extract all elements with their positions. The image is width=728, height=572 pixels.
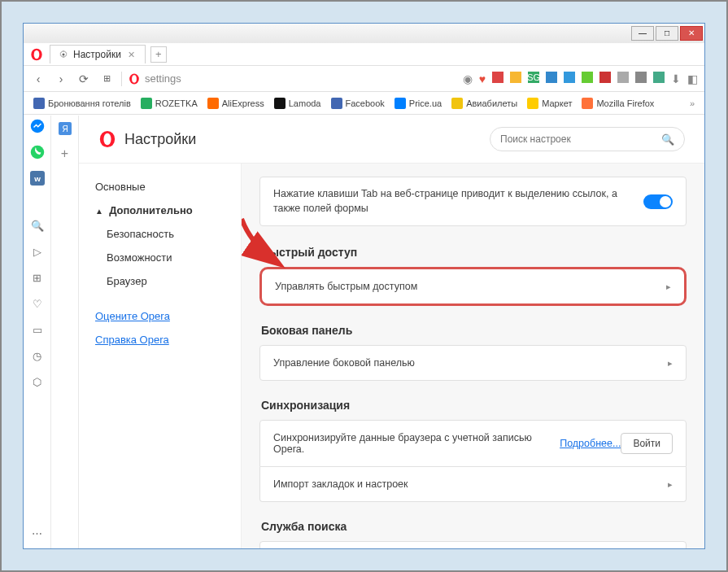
svg-rect-10: [564, 72, 575, 83]
ext-icon-2[interactable]: [510, 72, 521, 85]
chevron-right-icon: ▸: [668, 479, 673, 490]
section-quick-access: Быстрый доступ: [261, 246, 687, 259]
row-manage-quick-access[interactable]: Управлять быстрым доступом ▸: [259, 267, 687, 306]
ext-icon-3[interactable]: SG: [528, 72, 539, 85]
link-rate-opera[interactable]: Оцените Opera: [79, 306, 241, 326]
svg-rect-15: [653, 72, 665, 83]
gear-icon: [59, 50, 68, 59]
sidebar-toggle-icon[interactable]: ◧: [687, 72, 698, 85]
tab-close-icon[interactable]: ✕: [126, 50, 137, 60]
new-tab-button[interactable]: +: [150, 46, 167, 63]
login-button[interactable]: Войти: [621, 433, 673, 454]
address-field[interactable]: settings: [129, 72, 456, 85]
chevron-right-icon: ▸: [666, 282, 671, 292]
history-icon[interactable]: ◷: [30, 348, 45, 363]
address-bar: ‹ › ⟳ ⊞ settings ◉ ♥ SG ⬇ ◧: [24, 66, 704, 92]
ext-icon-5[interactable]: [564, 72, 575, 85]
svg-point-2: [63, 54, 65, 56]
heart-icon[interactable]: ♡: [30, 296, 45, 311]
translate-icon[interactable]: Я: [58, 122, 72, 137]
nav-back-button[interactable]: ‹: [30, 71, 46, 87]
svg-rect-11: [582, 72, 593, 83]
vk-icon[interactable]: w: [30, 171, 45, 186]
section-sidebar: Боковая панель: [261, 324, 687, 337]
minimize-button[interactable]: —: [631, 26, 654, 41]
row-manage-sidebar[interactable]: Управление боковой панелью ▸: [259, 345, 687, 381]
messenger-icon[interactable]: [30, 119, 45, 133]
opera-logo-icon: [98, 130, 116, 148]
tab-settings[interactable]: Настройки ✕: [50, 45, 146, 63]
svg-point-23: [103, 133, 111, 146]
close-button[interactable]: ✕: [680, 26, 703, 41]
chevron-right-icon: ▸: [668, 358, 673, 369]
settings-page: Настройки 🔍 Основные ▲ Дополнительно Без…: [79, 116, 704, 548]
nav-browser[interactable]: Браузер: [79, 269, 241, 293]
link-learn-more[interactable]: Подробнее...: [560, 438, 621, 449]
settings-main: Нажатие клавиши Tab на веб-странице прив…: [242, 164, 704, 548]
bookmark-item[interactable]: Бронювання готелів: [33, 98, 131, 109]
bookmark-item[interactable]: Авиабилеты: [451, 98, 517, 109]
tab-title: Настройки: [73, 49, 121, 60]
svg-rect-6: [510, 72, 521, 83]
ext-icon-9[interactable]: [635, 72, 647, 85]
svg-text:SG: SG: [528, 72, 539, 82]
bookmark-item[interactable]: Lamoda: [274, 98, 321, 109]
address-text: settings: [145, 72, 181, 85]
nav-advanced[interactable]: ▲ Дополнительно: [79, 199, 241, 222]
bookmark-item[interactable]: Mozilla Firefox: [582, 98, 654, 109]
row-import-bookmarks[interactable]: Импорт закладок и настроек ▸: [259, 467, 687, 502]
section-search: Служба поиска: [261, 520, 687, 533]
nav-features[interactable]: Возможности: [79, 246, 241, 269]
row-sync-account: Синхронизируйте данные браузера с учетно…: [259, 420, 687, 467]
svg-rect-9: [546, 72, 557, 83]
bookmarks-bar: Бронювання готелів ROZETKA AliExpress La…: [24, 92, 704, 115]
row-default-search: Задайте поисковую систему для поиска из …: [259, 541, 687, 548]
nav-forward-button[interactable]: ›: [53, 71, 69, 87]
opera-logo-icon: [30, 48, 43, 61]
more-icon[interactable]: ⋯: [30, 526, 45, 540]
toggle-switch[interactable]: [643, 194, 673, 209]
section-sync: Синхронизация: [261, 399, 687, 412]
svg-point-1: [34, 50, 40, 59]
search-input[interactable]: [500, 133, 661, 145]
whatsapp-icon[interactable]: [30, 145, 45, 159]
search-settings[interactable]: 🔍: [490, 127, 685, 151]
narrow-panel: Я +: [51, 116, 79, 548]
bookmark-item[interactable]: Маркет: [527, 98, 572, 109]
bookmarks-overflow-icon[interactable]: »: [690, 98, 695, 108]
search-icon[interactable]: 🔍: [30, 218, 45, 233]
link-help-opera[interactable]: Справка Opera: [79, 330, 241, 350]
speed-dial-icon[interactable]: ⊞: [30, 270, 45, 285]
maximize-button[interactable]: □: [656, 26, 678, 41]
search-icon: 🔍: [661, 133, 674, 146]
download-icon[interactable]: ⬇: [671, 72, 681, 85]
ext-icon-6[interactable]: [582, 72, 593, 85]
bookmark-item[interactable]: AliExpress: [207, 98, 264, 109]
ext-icon-4[interactable]: [546, 72, 557, 85]
bookmark-item[interactable]: Facebook: [331, 98, 385, 109]
add-panel-button[interactable]: +: [58, 146, 72, 161]
news-icon[interactable]: ▭: [30, 322, 45, 337]
reload-button[interactable]: ⟳: [76, 71, 92, 87]
heart-icon[interactable]: ♥: [479, 72, 486, 85]
bookmark-item[interactable]: Price.ua: [395, 98, 442, 109]
ext-icon-7[interactable]: [599, 72, 611, 85]
bookmark-item[interactable]: ROZETKA: [141, 98, 198, 109]
page-title: Настройки: [124, 131, 196, 148]
speed-dial-button[interactable]: ⊞: [98, 71, 115, 87]
nav-security[interactable]: Безопасность: [79, 222, 241, 246]
ext-icon-1[interactable]: [492, 72, 503, 85]
extensions-icon[interactable]: ⬡: [30, 374, 45, 389]
svg-rect-12: [599, 72, 611, 83]
nav-basic[interactable]: Основные: [79, 175, 241, 199]
ext-icon-8[interactable]: [617, 72, 629, 85]
opera-icon: [129, 73, 140, 85]
ext-icon-10[interactable]: [653, 72, 665, 85]
send-icon[interactable]: ▷: [30, 244, 45, 259]
svg-rect-5: [492, 72, 503, 83]
svg-rect-14: [635, 72, 647, 83]
page-header: Настройки 🔍: [79, 116, 704, 164]
svg-rect-13: [617, 72, 629, 83]
camera-icon[interactable]: ◉: [463, 72, 473, 85]
svg-text:Я: Я: [62, 124, 68, 133]
